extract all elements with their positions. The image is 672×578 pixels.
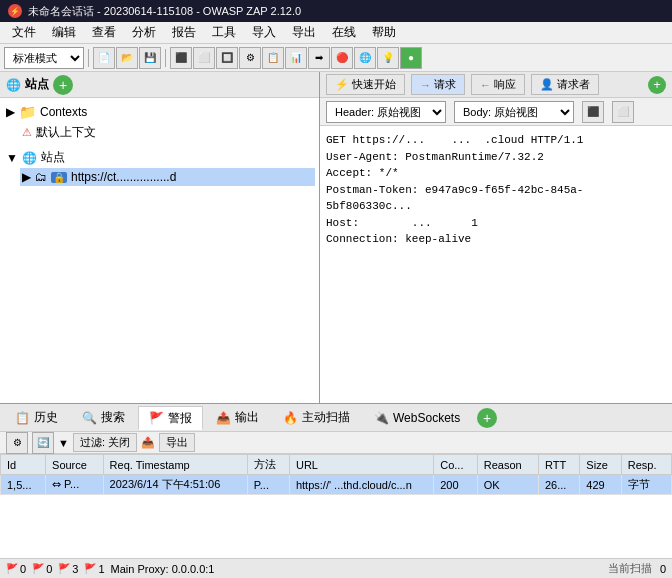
contexts-root[interactable]: ▶ 📁 Contexts	[4, 102, 315, 122]
col-method[interactable]: 方法	[247, 455, 289, 475]
menu-analyze[interactable]: 分析	[124, 22, 164, 43]
history-icon: 📋	[15, 411, 30, 425]
output-tab[interactable]: 📤 输出	[205, 406, 270, 430]
menu-export[interactable]: 导出	[284, 22, 324, 43]
view-btn-2[interactable]: ⬜	[612, 101, 634, 123]
status-right: 当前扫描 0	[608, 561, 666, 576]
toolbar-btn-7[interactable]: ➡	[308, 47, 330, 69]
flag-orange-count: 3	[72, 563, 78, 575]
col-code[interactable]: Co...	[434, 455, 478, 475]
header-view-select[interactable]: Header: 原始视图	[326, 101, 446, 123]
arrow-left-icon: ←	[480, 79, 491, 91]
folder-icon: 📁	[19, 104, 36, 120]
alerts-tab[interactable]: 🚩 警报	[138, 406, 203, 430]
right-panel-header: Header: 原始视图 Body: 原始视图 ⬛ ⬜	[320, 98, 672, 126]
menu-report[interactable]: 报告	[164, 22, 204, 43]
response-btn[interactable]: ← 响应	[471, 74, 525, 95]
search-tab[interactable]: 🔍 搜索	[71, 406, 136, 430]
toolbar-btn-9[interactable]: 🌐	[354, 47, 376, 69]
site-item[interactable]: ▶ 🗂 🔒 https://ct................d	[20, 168, 315, 186]
request-btn[interactable]: → 请求	[411, 74, 465, 95]
app-icon: ⚡	[8, 4, 22, 18]
right-panel: ⚡ 快速开始 → 请求 ← 响应 👤 请求者 + Header: 原始视图	[320, 72, 672, 403]
websockets-tab[interactable]: 🔌 WebSockets	[363, 406, 471, 430]
bottom-section: 📋 历史 🔍 搜索 🚩 警报 📤 输出 🔥 主动扫描 🔌 WebSockets …	[0, 403, 672, 558]
menu-view[interactable]: 查看	[84, 22, 124, 43]
view-btn-1[interactable]: ⬛	[582, 101, 604, 123]
sites-section: ▼ 🌐 站点 ▶ 🗂 🔒 https://ct................d	[4, 147, 315, 186]
http-line-1: GET https://... ... .cloud HTTP/1.1	[326, 132, 666, 149]
person-icon: 👤	[540, 78, 554, 91]
col-resp[interactable]: Resp.	[621, 455, 671, 475]
bottom-refresh-btn[interactable]: 🔄	[32, 432, 54, 454]
menu-help[interactable]: 帮助	[364, 22, 404, 43]
sites-root[interactable]: ▼ 🌐 站点	[4, 147, 315, 168]
active-scan-tab[interactable]: 🔥 主动扫描	[272, 406, 361, 430]
col-timestamp[interactable]: Req. Timestamp	[103, 455, 247, 475]
toolbar-btn-2[interactable]: ⬜	[193, 47, 215, 69]
bottom-toolbar: ⚙ 🔄 ▼ 过滤: 关闭 📤 导出	[0, 432, 672, 454]
menu-bar: 文件 编辑 查看 分析 报告 工具 导入 导出 在线 帮助	[0, 22, 672, 44]
add-site-btn[interactable]: +	[53, 75, 73, 95]
menu-file[interactable]: 文件	[4, 22, 44, 43]
flag-red-count: 0	[20, 563, 26, 575]
default-context-item[interactable]: ⚠ 默认上下文	[20, 122, 315, 143]
toolbar-btn-5[interactable]: 📋	[262, 47, 284, 69]
toolbar-btn-11[interactable]: ●	[400, 47, 422, 69]
bottom-tabs: 📋 历史 🔍 搜索 🚩 警报 📤 输出 🔥 主动扫描 🔌 WebSockets …	[0, 404, 672, 432]
menu-online[interactable]: 在线	[324, 22, 364, 43]
open-session-btn[interactable]: 📂	[116, 47, 138, 69]
menu-import[interactable]: 导入	[244, 22, 284, 43]
output-icon: 📤	[216, 411, 231, 425]
requester-btn[interactable]: 👤 请求者	[531, 74, 599, 95]
cell-timestamp: 2023/6/14 下午4:51:06	[103, 475, 247, 495]
flag-red2-icon: 🚩	[32, 563, 44, 574]
toolbar-btn-10[interactable]: 💡	[377, 47, 399, 69]
new-session-btn[interactable]: 📄	[93, 47, 115, 69]
quick-start-btn[interactable]: ⚡ 快速开始	[326, 74, 405, 95]
scan-value: 0	[660, 563, 666, 575]
right-panel-toolbar: ⚡ 快速开始 → 请求 ← 响应 👤 请求者 +	[320, 72, 672, 98]
filter-icon: ▼	[58, 437, 69, 449]
export-btn[interactable]: 导出	[159, 433, 195, 452]
col-reason[interactable]: Reason	[477, 455, 538, 475]
col-id[interactable]: Id	[1, 455, 46, 475]
status-bar: 🚩 0 🚩 0 🚩 3 🚩 1 Main Proxy: 0.0.0.0:1 当前…	[0, 558, 672, 578]
expand-sites-icon: ▼	[6, 151, 18, 165]
filter-btn[interactable]: 过滤: 关闭	[73, 433, 137, 452]
toolbar-btn-8[interactable]: 🔴	[331, 47, 353, 69]
cell-url: https://' ...thd.cloud/c...n	[289, 475, 433, 495]
title-bar: ⚡ 未命名会话话 - 20230614-115108 - OWASP ZAP 2…	[0, 0, 672, 22]
cell-reason: OK	[477, 475, 538, 495]
http-line-2: User-Agent: PostmanRuntime/7.32.2	[326, 149, 666, 166]
toolbar-btn-6[interactable]: 📊	[285, 47, 307, 69]
toolbar-btn-1[interactable]: ⬛	[170, 47, 192, 69]
col-url[interactable]: URL	[289, 455, 433, 475]
menu-edit[interactable]: 编辑	[44, 22, 84, 43]
table-row[interactable]: 1,5... ⇔ P... 2023/6/14 下午4:51:06 P... h…	[1, 475, 672, 495]
toolbar-separator-1	[88, 49, 89, 67]
menu-tools[interactable]: 工具	[204, 22, 244, 43]
history-tab[interactable]: 📋 历史	[4, 406, 69, 430]
save-session-btn[interactable]: 💾	[139, 47, 161, 69]
table-body: 1,5... ⇔ P... 2023/6/14 下午4:51:06 P... h…	[1, 475, 672, 495]
add-panel-btn[interactable]: +	[648, 76, 666, 94]
col-source[interactable]: Source	[46, 455, 104, 475]
bottom-settings-btn[interactable]: ⚙	[6, 432, 28, 454]
https-badge: 🔒	[51, 172, 67, 183]
websocket-icon: 🔌	[374, 411, 389, 425]
table-header: Id Source Req. Timestamp 方法 URL Co... Re…	[1, 455, 672, 475]
col-rtt[interactable]: RTT	[539, 455, 580, 475]
expand-icon: ▶	[6, 105, 15, 119]
mode-select[interactable]: 标准模式	[4, 47, 84, 69]
sites-tab[interactable]: 🌐 站点	[6, 76, 49, 93]
toolbar-separator-2	[165, 49, 166, 67]
cell-code: 200	[434, 475, 478, 495]
toolbar-action-group: ⬛ ⬜ 🔲 ⚙ 📋 📊 ➡ 🔴 🌐 💡 ●	[170, 47, 422, 69]
col-size[interactable]: Size	[580, 455, 621, 475]
body-view-select[interactable]: Body: 原始视图	[454, 101, 574, 123]
toolbar-btn-4[interactable]: ⚙	[239, 47, 261, 69]
add-tab-btn[interactable]: +	[477, 408, 497, 428]
warning-icon: ⚠	[22, 126, 32, 139]
toolbar-btn-3[interactable]: 🔲	[216, 47, 238, 69]
